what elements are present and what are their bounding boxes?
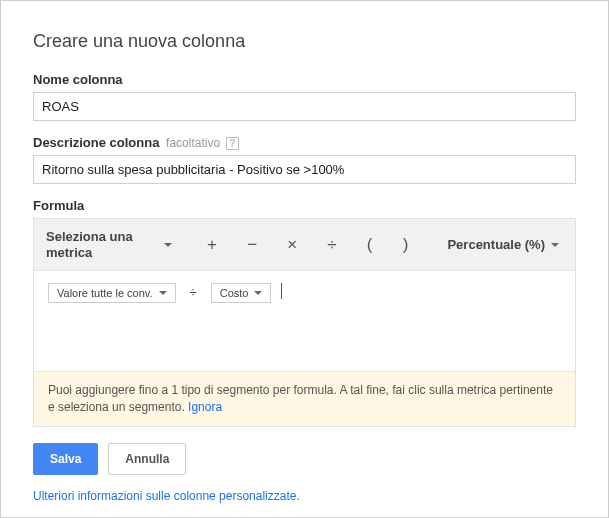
op-times-button[interactable]: × bbox=[277, 225, 307, 265]
formula-label: Formula bbox=[33, 198, 576, 213]
op-plus-button[interactable]: + bbox=[197, 225, 227, 265]
chevron-down-icon bbox=[254, 291, 262, 295]
chevron-down-icon bbox=[159, 291, 167, 295]
description-label: Descrizione colonna facoltativo ? bbox=[33, 135, 576, 150]
formula-toolbar: Seleziona una metrica + − × ÷ ( ) Percen… bbox=[34, 219, 575, 271]
name-field-group: Nome colonna bbox=[33, 72, 576, 121]
formula-field-group: Formula Seleziona una metrica + − × ÷ ( … bbox=[33, 198, 576, 427]
op-lparen-button[interactable]: ( bbox=[357, 225, 383, 265]
hint-bar: Puoi aggiungere fino a 1 tipo di segment… bbox=[34, 371, 575, 426]
more-info-link[interactable]: Ulteriori informazioni sulle colonne per… bbox=[33, 489, 300, 503]
chevron-down-icon bbox=[551, 243, 559, 247]
op-rparen-button[interactable]: ) bbox=[393, 225, 419, 265]
format-dropdown[interactable]: Percentuale (%) bbox=[431, 227, 575, 262]
create-column-dialog: Creare una nuova colonna Nome colonna De… bbox=[0, 0, 609, 518]
cancel-button[interactable]: Annulla bbox=[108, 443, 186, 475]
metric-chip[interactable]: Costo bbox=[211, 283, 272, 303]
dialog-actions: Salva Annulla bbox=[33, 443, 576, 475]
dialog-title: Creare una nuova colonna bbox=[33, 31, 576, 52]
description-field-group: Descrizione colonna facoltativo ? bbox=[33, 135, 576, 184]
description-optional: facoltativo bbox=[166, 136, 220, 150]
metric-chip[interactable]: Valore tutte le conv. bbox=[48, 283, 176, 303]
chevron-down-icon bbox=[164, 243, 172, 247]
name-label: Nome colonna bbox=[33, 72, 576, 87]
formula-operator: ÷ bbox=[186, 283, 201, 302]
metric-selector-dropdown[interactable]: Seleziona una metrica bbox=[34, 219, 184, 270]
text-cursor bbox=[281, 283, 282, 299]
hint-text: Puoi aggiungere fino a 1 tipo di segment… bbox=[48, 383, 553, 414]
metric-chip-label: Valore tutte le conv. bbox=[57, 287, 153, 299]
op-minus-button[interactable]: − bbox=[237, 225, 267, 265]
operator-group: + − × ÷ ( ) bbox=[184, 225, 431, 265]
metric-chip-label: Costo bbox=[220, 287, 249, 299]
description-input[interactable] bbox=[33, 155, 576, 184]
formula-editor[interactable]: Valore tutte le conv. ÷ Costo bbox=[34, 271, 575, 371]
format-label: Percentuale (%) bbox=[447, 237, 545, 252]
metric-selector-label: Seleziona una metrica bbox=[46, 229, 164, 260]
formula-box: Seleziona una metrica + − × ÷ ( ) Percen… bbox=[33, 218, 576, 427]
name-input[interactable] bbox=[33, 92, 576, 121]
hint-dismiss-link[interactable]: Ignora bbox=[188, 400, 222, 414]
help-icon[interactable]: ? bbox=[226, 137, 239, 150]
op-divide-button[interactable]: ÷ bbox=[317, 225, 346, 265]
save-button[interactable]: Salva bbox=[33, 443, 98, 475]
description-label-text: Descrizione colonna bbox=[33, 135, 159, 150]
